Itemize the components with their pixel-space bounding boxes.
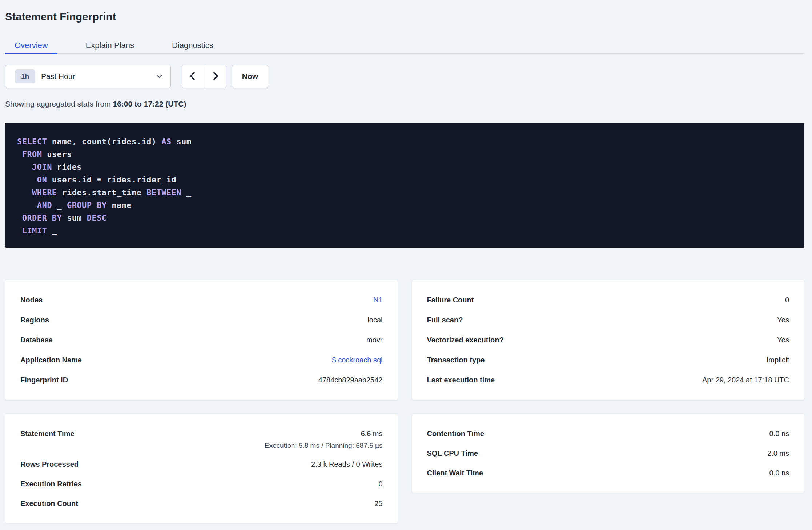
sql-line: SELECT name, count(rides.id) AS sum: [17, 135, 790, 148]
row-label: Transaction type: [427, 356, 485, 364]
row-label: Vectorized execution?: [427, 336, 504, 344]
summary-cards-top: NodesN1RegionslocalDatabasemovrApplicati…: [5, 280, 804, 400]
row-value: Yes: [777, 336, 789, 344]
sql-line: AND _ GROUP BY name: [17, 199, 790, 212]
chevron-left-icon: [188, 71, 198, 82]
sql-line: JOIN rides: [17, 161, 790, 173]
tab-label: Overview: [15, 41, 48, 50]
sql-line: FROM users: [17, 148, 790, 161]
aggregation-note: Showing aggregated stats from 16:00 to 1…: [5, 99, 804, 109]
tab-explain-plans[interactable]: Explain Plans: [76, 37, 144, 53]
row-value-link[interactable]: N1: [373, 296, 383, 304]
tab-overview[interactable]: Overview: [5, 37, 57, 53]
sql-line: WHERE rides.start_time BETWEEN _: [17, 186, 790, 199]
time-range-badge: 1h: [15, 69, 35, 83]
row-label: Rows Processed: [20, 460, 79, 469]
card-row: Last execution timeApr 29, 2024 at 17:18…: [427, 370, 789, 390]
sql-line: LIMIT _: [17, 224, 790, 237]
row-value: 0: [785, 296, 789, 304]
row-label: Statement Time: [20, 430, 75, 438]
row-value: 4784cb829aab2542: [318, 376, 383, 384]
now-button[interactable]: Now: [232, 65, 268, 88]
row-value: Apr 29, 2024 at 17:18 UTC: [702, 376, 789, 384]
row-subvalue: Execution: 5.8 ms / Planning: 687.5 µs: [20, 441, 383, 454]
row-value: Yes: [777, 316, 789, 324]
row-label: Regions: [20, 316, 49, 324]
time-controls: 1h Past Hour: [5, 65, 804, 88]
time-range-label: Past Hour: [41, 72, 75, 81]
card-row: Databasemovr: [20, 330, 383, 350]
row-label: Application Name: [20, 356, 82, 364]
chevron-down-icon: [155, 72, 163, 80]
time-nav-button-group: [182, 65, 226, 88]
row-label: Full scan?: [427, 316, 463, 324]
card-row: Rows Processed2.3 k Reads / 0 Writes: [20, 454, 383, 474]
row-value: 25: [374, 499, 382, 508]
card-row: Failure Count0: [427, 290, 789, 310]
tab-label: Diagnostics: [172, 41, 213, 50]
sql-line: ON users.id = rides.rider_id: [17, 173, 790, 186]
next-range-button[interactable]: [204, 65, 226, 88]
row-value: local: [367, 316, 382, 324]
row-value: 0.0 ns: [769, 469, 789, 477]
row-value-link[interactable]: $ cockroach sql: [332, 356, 383, 364]
row-value: movr: [366, 336, 382, 344]
sql-line: ORDER BY sum DESC: [17, 212, 790, 224]
summary-cards-bottom: Statement Time6.6 msExecution: 5.8 ms / …: [5, 413, 804, 523]
row-label: Client Wait Time: [427, 469, 483, 477]
row-label: Last execution time: [427, 376, 495, 384]
card-row: Execution Retries0: [20, 474, 383, 494]
row-label: SQL CPU Time: [427, 449, 478, 458]
card-row: Fingerprint ID4784cb829aab2542: [20, 370, 383, 390]
row-value: 0: [378, 480, 382, 488]
wait-times-card: Contention Time0.0 nsSQL CPU Time2.0 msC…: [412, 413, 805, 493]
statement-details-card: NodesN1RegionslocalDatabasemovrApplicati…: [5, 280, 398, 400]
aggregation-note-prefix: Showing aggregated stats from: [5, 100, 113, 108]
statement-fingerprint-page: Statement Fingerprint OverviewExplain Pl…: [0, 9, 812, 530]
execution-attributes-card: Failure Count0Full scan?YesVectorized ex…: [412, 280, 805, 400]
time-range-dropdown[interactable]: 1h Past Hour: [5, 65, 171, 88]
row-label: Failure Count: [427, 296, 474, 304]
row-label: Database: [20, 336, 53, 344]
page-title: Statement Fingerprint: [5, 9, 804, 24]
row-value: 0.0 ns: [769, 430, 789, 438]
row-label: Execution Count: [20, 499, 78, 508]
tab-diagnostics[interactable]: Diagnostics: [162, 37, 223, 53]
aggregation-note-range: 16:00 to 17:22 (UTC): [113, 100, 186, 108]
card-row: Contention Time0.0 ns: [427, 424, 789, 443]
prev-range-button[interactable]: [182, 65, 204, 88]
row-value: 2.0 ms: [767, 449, 789, 458]
row-label: Contention Time: [427, 430, 484, 438]
row-value: 2.3 k Reads / 0 Writes: [311, 460, 382, 469]
card-row: Vectorized execution?Yes: [427, 330, 789, 350]
row-label: Nodes: [20, 296, 43, 304]
card-row: Client Wait Time0.0 ns: [427, 463, 789, 483]
row-value: Implicit: [767, 356, 789, 364]
card-row: NodesN1: [20, 290, 383, 310]
sql-statement-box: SELECT name, count(rides.id) AS sum FROM…: [5, 123, 804, 248]
row-label: Fingerprint ID: [20, 376, 68, 384]
card-row: SQL CPU Time2.0 ms: [427, 443, 789, 463]
tab-label: Explain Plans: [86, 41, 134, 50]
row-label: Execution Retries: [20, 480, 82, 488]
card-row: Regionslocal: [20, 310, 383, 330]
tab-bar: OverviewExplain PlansDiagnostics: [5, 37, 804, 54]
chevron-right-icon: [210, 71, 220, 82]
card-row: Full scan?Yes: [427, 310, 789, 330]
card-row: Execution Count25: [20, 494, 383, 513]
row-value: 6.6 ms: [361, 430, 382, 438]
card-row: Transaction typeImplicit: [427, 350, 789, 370]
statement-times-card: Statement Time6.6 msExecution: 5.8 ms / …: [5, 413, 398, 523]
card-row: Application Name$ cockroach sql: [20, 350, 383, 370]
